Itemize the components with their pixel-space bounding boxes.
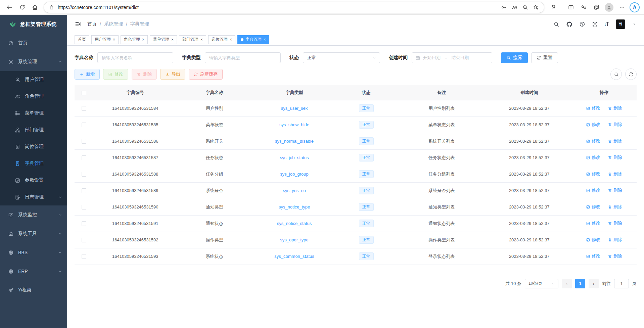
sidebar-item-monitor[interactable]: 系统监控 (0, 205, 67, 224)
more-icon[interactable] (616, 2, 628, 13)
row-delete-button[interactable]: 删除 (608, 220, 622, 226)
row-delete-button[interactable]: 删除 (608, 237, 622, 243)
dict-type-link[interactable]: sys_notice_type (279, 204, 310, 209)
favorite-star-add-icon[interactable] (531, 2, 541, 12)
row-delete-button[interactable]: 删除 (608, 122, 622, 128)
edit-button[interactable]: 修改 (103, 69, 128, 80)
sidebar-item-dict[interactable]: 字典管理 (0, 155, 67, 172)
sidebar-item-home[interactable]: 首页 (0, 34, 67, 52)
row-delete-button[interactable]: 删除 (608, 154, 622, 160)
prev-page-button[interactable]: ‹ (562, 279, 572, 288)
reset-button[interactable]: 重置 (531, 52, 558, 63)
row-delete-button[interactable]: 删除 (608, 253, 622, 259)
row-edit-button[interactable]: 修改 (586, 154, 600, 160)
page-size-select[interactable]: 10条/页 (525, 279, 558, 288)
read-aloud-icon[interactable] (509, 2, 520, 12)
collapse-sidebar-icon[interactable] (75, 21, 81, 28)
row-delete-button[interactable]: 删除 (608, 171, 622, 177)
dict-type-link[interactable]: sys_job_group (280, 172, 309, 177)
row-edit-button[interactable]: 修改 (586, 171, 600, 177)
search-icon[interactable] (553, 21, 559, 27)
user-avatar[interactable]: Yi (616, 19, 625, 29)
row-edit-button[interactable]: 修改 (586, 204, 600, 210)
collections-icon[interactable] (578, 2, 590, 13)
add-button[interactable]: 新增 (75, 69, 100, 80)
row-edit-button[interactable]: 修改 (586, 138, 600, 144)
dict-type-link[interactable]: sys_common_status (274, 254, 314, 259)
sidebar-item-bbs[interactable]: BBS (0, 243, 67, 262)
row-checkbox[interactable] (82, 238, 86, 242)
dict-type-link[interactable]: sys_user_sex (281, 106, 308, 111)
row-delete-button[interactable]: 删除 (608, 105, 622, 111)
refresh-icon[interactable] (16, 2, 28, 13)
font-size-icon[interactable]: tT (605, 21, 609, 27)
sidebar-item-logs[interactable]: 日志管理 (0, 189, 67, 205)
row-checkbox[interactable] (82, 188, 86, 193)
tab-menus[interactable]: 菜单管理× (150, 35, 177, 44)
row-checkbox[interactable] (82, 205, 86, 209)
copilot-bing-icon[interactable]: b (629, 2, 641, 13)
sidebar-item-yi-framework[interactable]: Yi框架 (0, 281, 67, 299)
current-page-button[interactable]: 1 (575, 279, 585, 288)
sidebar-item-menus[interactable]: 菜单管理 (0, 105, 67, 122)
status-select[interactable]: 正常 (303, 52, 380, 63)
back-icon[interactable] (3, 2, 15, 13)
search-button[interactable]: 搜索 (501, 52, 528, 63)
sidebar-item-params[interactable]: 参数设置 (0, 172, 67, 189)
fullscreen-icon[interactable] (592, 21, 598, 27)
tab-dict-active[interactable]: 字典管理× (237, 35, 269, 44)
delete-button[interactable]: 删除 (132, 69, 157, 80)
row-checkbox[interactable] (82, 172, 86, 177)
row-delete-button[interactable]: 删除 (608, 204, 622, 210)
tab-home[interactable]: 首页 (75, 35, 89, 44)
url-text[interactable]: https://ccnetcore.com:1101/system/dict (58, 5, 498, 10)
row-edit-button[interactable]: 修改 (586, 253, 600, 259)
close-icon[interactable]: × (200, 38, 203, 42)
sidebar-item-system[interactable]: 系统管理 (0, 52, 67, 71)
row-edit-button[interactable]: 修改 (586, 122, 600, 128)
dict-type-input[interactable] (205, 52, 281, 63)
hide-search-button[interactable] (610, 68, 622, 80)
help-icon[interactable] (579, 21, 585, 27)
dict-name-input[interactable] (97, 52, 173, 63)
refresh-table-button[interactable] (625, 68, 637, 80)
row-checkbox[interactable] (82, 139, 86, 144)
date-range-picker[interactable]: 开始日期 - 结束日期 (412, 52, 492, 63)
breadcrumb-home[interactable]: 首页 (87, 21, 97, 27)
row-delete-button[interactable]: 删除 (608, 187, 622, 193)
close-icon[interactable]: × (171, 38, 174, 42)
dict-type-link[interactable]: sys_show_hide (279, 122, 309, 127)
tab-users[interactable]: 用户管理× (91, 35, 119, 44)
sidebar-item-erp[interactable]: ERP (0, 262, 67, 281)
sidebar-item-departments[interactable]: 部门管理 (0, 122, 67, 138)
tab-departments[interactable]: 部门管理× (179, 35, 206, 44)
sidebar-item-users[interactable]: 用户管理 (0, 71, 67, 88)
select-all-checkbox[interactable] (82, 91, 86, 95)
password-key-icon[interactable] (498, 2, 509, 12)
tab-roles[interactable]: 角色管理× (121, 35, 148, 44)
dict-type-link[interactable]: sys_normal_disable (275, 139, 314, 144)
zoom-out-icon[interactable] (520, 2, 531, 12)
extensions-icon[interactable] (547, 2, 559, 13)
row-checkbox[interactable] (82, 123, 86, 127)
caret-down-icon[interactable] (632, 22, 637, 27)
row-edit-button[interactable]: 修改 (586, 237, 600, 243)
profile-avatar[interactable] (603, 2, 615, 13)
sidebar-item-roles[interactable]: 角色管理 (0, 88, 67, 105)
address-bar[interactable]: https://ccnetcore.com:1101/system/dict (44, 2, 544, 13)
row-checkbox[interactable] (82, 155, 86, 160)
refresh-cache-button[interactable]: 刷新缓存 (189, 69, 223, 80)
close-icon[interactable]: × (230, 38, 232, 42)
close-icon[interactable]: × (113, 38, 115, 42)
row-checkbox[interactable] (82, 254, 86, 259)
dict-type-link[interactable]: sys_job_status (280, 155, 309, 160)
split-screen-icon[interactable] (565, 2, 577, 13)
copilot-pages-icon[interactable] (590, 2, 602, 13)
sidebar-item-tools[interactable]: 系统工具 (0, 224, 67, 243)
dict-type-link[interactable]: sys_notice_status (277, 221, 312, 226)
goto-page-input[interactable] (614, 279, 629, 288)
row-edit-button[interactable]: 修改 (586, 220, 600, 226)
github-icon[interactable] (566, 21, 572, 28)
breadcrumb-system[interactable]: 系统管理 (104, 21, 123, 27)
tab-posts[interactable]: 岗位管理× (208, 35, 235, 44)
